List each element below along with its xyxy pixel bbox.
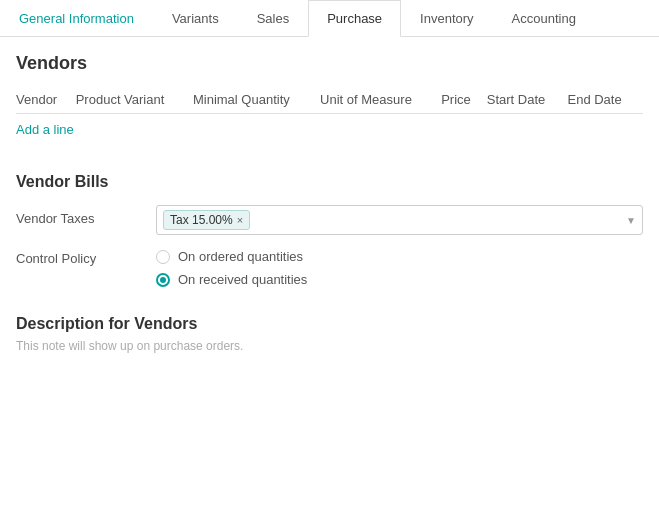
- control-policy-options: On ordered quantities On received quanti…: [156, 245, 643, 287]
- tax-tag[interactable]: Tax 15.00% ×: [163, 210, 250, 230]
- vendors-section-title: Vendors: [16, 53, 643, 74]
- dropdown-arrow-icon: ▼: [626, 215, 636, 226]
- radio-circle-received[interactable]: [156, 273, 170, 287]
- vendor-taxes-row: Vendor Taxes Tax 15.00% × ▼: [16, 205, 643, 235]
- tab-variants[interactable]: Variants: [153, 0, 238, 36]
- control-policy-label: Control Policy: [16, 245, 156, 266]
- col-header-price: Price: [441, 88, 487, 114]
- vendor-bills-title: Vendor Bills: [16, 173, 643, 191]
- tab-content-purchase: Vendors Vendor Product Variant Minimal Q…: [0, 37, 659, 377]
- tab-inventory[interactable]: Inventory: [401, 0, 492, 36]
- tabs-bar: General Information Variants Sales Purch…: [0, 0, 659, 37]
- radio-circle-ordered[interactable]: [156, 250, 170, 264]
- vendor-taxes-field[interactable]: Tax 15.00% × ▼: [156, 205, 643, 235]
- col-header-minimal-qty: Minimal Quantity: [193, 88, 320, 114]
- tab-purchase[interactable]: Purchase: [308, 0, 401, 37]
- description-hint: This note will show up on purchase order…: [16, 339, 643, 353]
- control-policy-row: Control Policy On ordered quantities On …: [16, 245, 643, 287]
- add-line-button[interactable]: Add a line: [16, 118, 74, 141]
- col-header-end-date: End Date: [567, 88, 643, 114]
- radio-received-quantities[interactable]: On received quantities: [156, 272, 643, 287]
- radio-ordered-quantities[interactable]: On ordered quantities: [156, 249, 643, 264]
- col-header-unit-of-measure: Unit of Measure: [320, 88, 441, 114]
- description-title: Description for Vendors: [16, 315, 643, 333]
- vendor-taxes-label: Vendor Taxes: [16, 205, 156, 226]
- tax-tag-label: Tax 15.00%: [170, 213, 233, 227]
- vendors-table: Vendor Product Variant Minimal Quantity …: [16, 88, 643, 114]
- col-header-vendor: Vendor: [16, 88, 76, 114]
- tax-tag-close-icon[interactable]: ×: [237, 215, 243, 226]
- radio-received-label: On received quantities: [178, 272, 307, 287]
- radio-ordered-label: On ordered quantities: [178, 249, 303, 264]
- radio-group-control-policy: On ordered quantities On received quanti…: [156, 245, 643, 287]
- tax-select[interactable]: Tax 15.00% × ▼: [156, 205, 643, 235]
- col-header-product-variant: Product Variant: [76, 88, 193, 114]
- tab-sales[interactable]: Sales: [238, 0, 309, 36]
- tab-general[interactable]: General Information: [0, 0, 153, 36]
- col-header-start-date: Start Date: [487, 88, 568, 114]
- tab-accounting[interactable]: Accounting: [493, 0, 595, 36]
